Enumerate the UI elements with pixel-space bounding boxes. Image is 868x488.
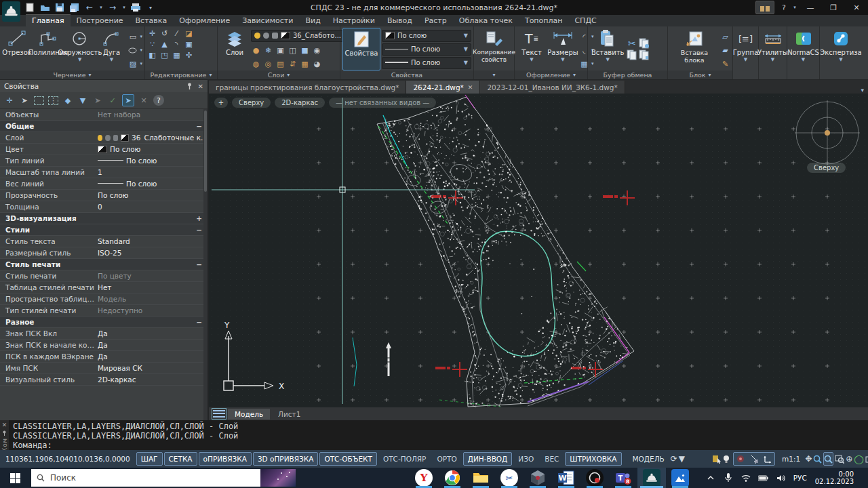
status-toggle-ШАГ[interactable]: ШАГ xyxy=(136,452,163,466)
taskbar-obs[interactable] xyxy=(580,468,609,488)
erase-icon[interactable]: ◪ xyxy=(184,28,194,39)
status-toggle-ОТС-ОБЪЕКТ[interactable]: ОТС-ОБЪЕКТ xyxy=(319,452,377,466)
text-button[interactable]: T≣ Текст ▼ xyxy=(517,28,547,70)
properties-row[interactable]: Визуальный стиль2D-каркас xyxy=(0,374,208,386)
document-tab[interactable]: границы проектирования благоустройства.d… xyxy=(209,81,406,94)
taskbar-explorer[interactable] xyxy=(467,468,495,488)
menu-tab-Облака точек[interactable]: Облака точек xyxy=(453,15,519,26)
properties-button[interactable]: Свойства xyxy=(342,28,380,70)
quick-select-icon[interactable]: ➤ xyxy=(122,94,134,106)
text-dropdown-icon[interactable]: ▼ xyxy=(530,57,533,62)
explode-icon[interactable]: ✣ xyxy=(184,50,194,60)
section-collapse-icon[interactable]: + xyxy=(196,214,202,222)
select-icon[interactable]: ➤ xyxy=(19,95,30,106)
close-button[interactable]: ✕ xyxy=(845,0,868,15)
command-history[interactable]: CLASSICLAYER,LA,LAYERS,ДИАЛСЛОЙ,СЛ,СЛОЙ … xyxy=(9,420,868,450)
properties-scrollbar[interactable] xyxy=(203,109,208,420)
trim-icon[interactable]: ⁄ xyxy=(172,28,182,39)
drawing-canvas[interactable]: YX + Сверху 2D-каркас — нет связанных ви… xyxy=(209,94,868,407)
redo-icon[interactable]: → xyxy=(107,2,118,13)
open-file-icon[interactable] xyxy=(39,2,50,13)
status-toggle-ШТРИХОВКА[interactable]: ШТРИХОВКА xyxy=(565,452,621,466)
insert-block-button[interactable]: Вставка блока xyxy=(670,28,719,70)
dimensions-dropdown-icon[interactable]: ▼ xyxy=(561,57,564,62)
transparency-icon[interactable] xyxy=(723,453,730,465)
select-append-icon[interactable]: ✛ xyxy=(4,95,15,106)
layer-bulb-icon[interactable]: ● xyxy=(251,45,261,56)
group-button[interactable]: [≡] Группа ▼ xyxy=(731,28,761,79)
filter-icon[interactable]: ▼ xyxy=(77,95,88,106)
qat-customize-icon[interactable]: ▾ xyxy=(145,2,156,13)
taskbar-photos[interactable] xyxy=(666,468,694,488)
interface-scheme-icon[interactable] xyxy=(755,1,774,14)
microphone-icon[interactable] xyxy=(723,472,734,483)
properties-row[interactable]: Тип линийПо слою xyxy=(0,155,208,167)
tab-list-dropdown-icon[interactable]: ▾ xyxy=(856,87,868,94)
new-file-icon[interactable] xyxy=(24,2,35,13)
properties-section[interactable]: Общие− xyxy=(0,121,208,132)
layer-merge-icon[interactable]: ⇵ xyxy=(288,59,298,69)
deselect-icon[interactable]: ✕ xyxy=(138,95,149,106)
status-toggle-ИЗО[interactable]: ИЗО xyxy=(513,452,538,466)
properties-row[interactable]: Имя ПСКМировая СК xyxy=(0,363,208,374)
copy-objects-icon[interactable]: ∵ xyxy=(147,39,157,49)
linetype-select[interactable]: По слою▼ xyxy=(382,43,471,56)
layers-button[interactable]: Слои xyxy=(220,28,250,70)
lineweight-display-icon[interactable] xyxy=(712,453,722,465)
properties-section[interactable]: Стили− xyxy=(0,224,208,236)
copy-link-icon[interactable] xyxy=(639,39,649,49)
pickbox-icon[interactable] xyxy=(748,453,760,465)
app-logo-helmet-icon[interactable] xyxy=(2,1,20,22)
annotation-monitor-icon[interactable]: ▼ xyxy=(679,453,685,465)
section-collapse-icon[interactable]: − xyxy=(196,226,202,234)
mirror-icon[interactable]: ▲ xyxy=(159,39,170,49)
properties-row[interactable]: Слой36_Слаботочные к... xyxy=(0,132,208,144)
restore-button[interactable]: ❐ xyxy=(822,0,845,15)
save-icon[interactable] xyxy=(54,2,65,13)
line-button[interactable]: Отрезок xyxy=(2,28,32,70)
menu-tab-Растр[interactable]: Растр xyxy=(418,15,453,26)
status-toggle-оПРИВЯЗКА[interactable]: оПРИВЯЗКА xyxy=(199,452,252,466)
zoom-extents-icon[interactable] xyxy=(835,453,844,465)
command-close-icon[interactable]: ✕ xyxy=(2,422,7,428)
zoom-window-icon[interactable] xyxy=(823,452,833,466)
move-icon[interactable]: ✛ xyxy=(147,28,157,39)
battery-icon[interactable] xyxy=(758,472,769,483)
taskbar-word[interactable]: W xyxy=(552,468,580,488)
search-highlight-image[interactable] xyxy=(260,469,296,487)
layer-walk-icon[interactable]: ▦ xyxy=(300,59,310,69)
hatch-dropdown-icon[interactable]: ▾ xyxy=(140,61,142,66)
viewport-view-button[interactable]: Сверху xyxy=(232,98,271,108)
menu-tab-Вывод[interactable]: Вывод xyxy=(381,15,418,26)
layer-isolate-icon[interactable]: ◎ xyxy=(263,59,273,69)
start-button[interactable] xyxy=(0,468,30,488)
viewports-icon[interactable] xyxy=(865,453,868,465)
layer-box-icon[interactable]: ■ xyxy=(300,45,310,56)
undo-dropdown-icon[interactable]: ▾ xyxy=(99,2,103,13)
properties-row[interactable]: Толщина0 xyxy=(0,201,208,213)
viewport-plus-button[interactable]: + xyxy=(214,98,228,108)
properties-section[interactable]: Разное− xyxy=(0,317,208,328)
taskbar-spds[interactable] xyxy=(637,468,666,488)
properties-row[interactable]: Пространство таблицы стилей п...Модель xyxy=(0,293,208,305)
lineweight-select[interactable]: По слою▼ xyxy=(382,57,471,69)
paste-dropdown-icon[interactable]: ▼ xyxy=(606,57,610,62)
scale-icon[interactable]: ◳ xyxy=(159,50,170,60)
menu-tab-Настройки[interactable]: Настройки xyxy=(327,15,381,26)
block-group-expand-icon[interactable]: ▾ xyxy=(709,72,711,78)
help-button[interactable]: ? xyxy=(777,0,791,15)
taskbar-scissors-app[interactable]: ✂ xyxy=(495,468,524,488)
poly-select-icon[interactable]: ⋮ xyxy=(48,96,58,105)
menu-tab-Построение[interactable]: Построение xyxy=(71,15,130,26)
properties-row[interactable]: ПрозрачностьПо слою xyxy=(0,190,208,201)
editing-group-expand-icon[interactable]: ▾ xyxy=(209,72,212,78)
color-select[interactable]: По слою▼ xyxy=(382,30,471,42)
properties-section[interactable]: 3D-визуализация+ xyxy=(0,213,208,224)
tray-expand-icon[interactable] xyxy=(705,472,716,483)
layer-pin-icon[interactable]: ◉ xyxy=(312,45,322,56)
cut-icon[interactable]: ✂ xyxy=(627,39,637,49)
minimize-button[interactable]: — xyxy=(799,0,822,15)
status-toggle-СЕТКА[interactable]: СЕТКА xyxy=(164,452,197,466)
menu-tab-Топоплан[interactable]: Топоплан xyxy=(519,15,569,26)
array-icon[interactable]: ▦ xyxy=(172,50,182,60)
